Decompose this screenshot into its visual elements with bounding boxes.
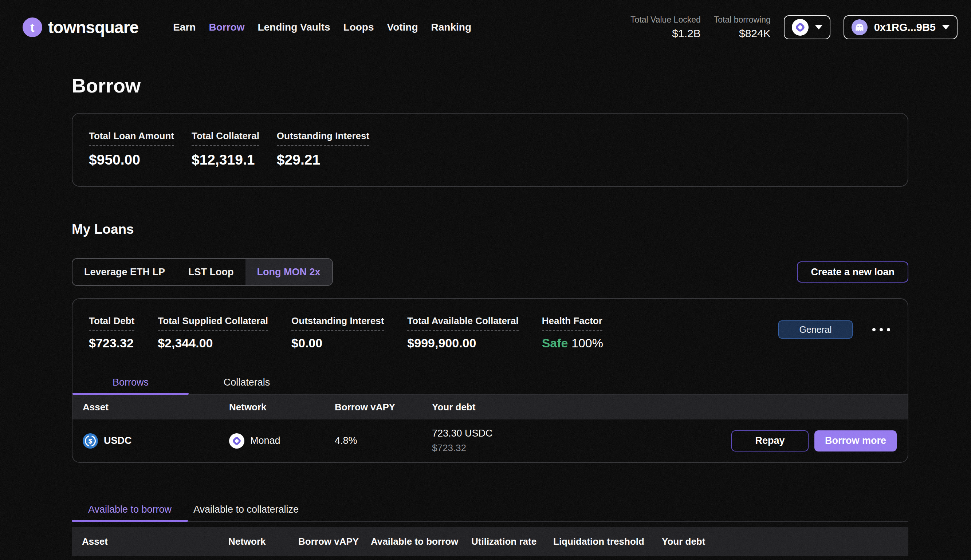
total-loan-amount-label: Total Loan Amount <box>89 130 174 146</box>
column-header-available-to-borrow: Available to borrow <box>371 536 471 547</box>
phantom-wallet-icon <box>851 19 868 35</box>
borrows-table-header: Asset Network Borrow vAPY Your debt <box>72 395 908 420</box>
column-header-your-debt: Your debt <box>662 536 908 547</box>
column-header-asset: Asset <box>82 536 229 547</box>
total-borrowing-value: $824K <box>714 27 771 40</box>
loans-toolbar: Leverage ETH LP LST Loop Long MON 2x Cre… <box>72 258 908 286</box>
general-button[interactable]: General <box>778 320 853 338</box>
health-factor-value: Safe 100% <box>542 336 603 350</box>
main-content: Borrow Total Loan Amount $950.00 Total C… <box>72 74 908 556</box>
health-factor-label: Health Factor <box>542 315 602 331</box>
chevron-down-icon <box>815 25 823 30</box>
top-nav-bar: t townsquare Earn Borrow Lending Vaults … <box>0 0 971 55</box>
tab-available-to-borrow[interactable]: Available to borrow <box>72 498 188 521</box>
ellipsis-icon <box>887 328 890 331</box>
total-available-collateral-value: $999,900.00 <box>407 336 518 350</box>
market-tabs: Available to borrow Available to collate… <box>72 498 908 522</box>
loan-tabs: Leverage ETH LP LST Loop Long MON 2x <box>72 258 333 286</box>
ellipsis-icon <box>872 328 876 331</box>
column-header-network: Network <box>229 536 298 547</box>
wallet-address: 0x1RG...9B5 <box>874 22 936 33</box>
loan-view-tabs: Borrows Collaterals <box>72 371 908 395</box>
asset-cell: $ USDC <box>83 433 229 448</box>
outstanding-interest-stat: Outstanding Interest $29.21 <box>277 130 369 168</box>
column-header-borrow-vapy: Borrow vAPY <box>298 536 371 547</box>
health-factor-stat: Health Factor Safe 100% <box>542 315 603 350</box>
monad-icon <box>229 433 244 448</box>
table-row: $ USDC Monad 4.8% 723.30 USDC $723. <box>72 420 908 462</box>
total-value-locked-label: Total Value Locked <box>631 15 701 25</box>
borrow-more-button[interactable]: Borrow more <box>814 430 897 452</box>
health-percentage: 100% <box>571 336 603 350</box>
loan-outstanding-interest-label: Outstanding Interest <box>291 315 384 331</box>
total-supplied-collateral-value: $2,344.00 <box>158 336 268 350</box>
asset-name: USDC <box>104 435 132 447</box>
available-table-header: Asset Network Borrow vAPY Available to b… <box>72 527 908 556</box>
borrow-vapy-value: 4.8% <box>335 435 432 447</box>
nav-item-earn[interactable]: Earn <box>173 22 195 33</box>
total-available-collateral-stat: Total Available Collateral $999,900.00 <box>407 315 518 350</box>
total-debt-label: Total Debt <box>89 315 134 331</box>
column-header-your-debt: Your debt <box>432 402 592 413</box>
more-options-button[interactable] <box>870 326 893 333</box>
loan-outstanding-interest-stat: Outstanding Interest $0.00 <box>291 315 384 350</box>
total-value-locked-value: $1.2B <box>631 27 701 40</box>
main-nav: Earn Borrow Lending Vaults Loops Voting … <box>173 22 471 33</box>
tab-borrows[interactable]: Borrows <box>72 371 189 394</box>
nav-item-loops[interactable]: Loops <box>344 22 374 33</box>
total-collateral-stat: Total Collateral $12,319.1 <box>192 130 259 168</box>
total-collateral-value: $12,319.1 <box>192 152 259 168</box>
create-new-loan-button[interactable]: Create a new loan <box>797 262 908 283</box>
ellipsis-icon <box>879 328 883 331</box>
loan-detail-card: Total Debt $723.32 Total Supplied Collat… <box>72 298 908 463</box>
outstanding-interest-label: Outstanding Interest <box>277 130 369 146</box>
nav-item-voting[interactable]: Voting <box>387 22 418 33</box>
borrow-summary-card: Total Loan Amount $950.00 Total Collater… <box>72 113 908 187</box>
page-title: Borrow <box>72 74 908 97</box>
total-loan-amount-value: $950.00 <box>89 152 174 168</box>
nav-item-borrow[interactable]: Borrow <box>209 22 244 33</box>
debt-token-amount: 723.30 USDC <box>432 428 592 439</box>
health-status-badge: Safe <box>542 336 568 350</box>
total-supplied-collateral-label: Total Supplied Collateral <box>158 315 268 331</box>
column-header-asset: Asset <box>83 402 229 413</box>
total-collateral-label: Total Collateral <box>192 130 259 146</box>
total-borrowing-stat: Total borrowing $824K <box>714 15 771 40</box>
wallet-button[interactable]: 0x1RG...9B5 <box>844 15 958 39</box>
svg-text:$: $ <box>88 437 92 445</box>
brand-logo[interactable]: t townsquare <box>23 17 138 37</box>
row-actions: Repay Borrow more <box>592 430 908 452</box>
column-header-network: Network <box>229 402 335 413</box>
repay-button[interactable]: Repay <box>731 430 809 452</box>
townsquare-logo-icon: t <box>23 17 42 37</box>
brand-name: townsquare <box>48 17 138 37</box>
total-supplied-collateral-stat: Total Supplied Collateral $2,344.00 <box>158 315 268 350</box>
loan-tab-leverage-eth-lp[interactable]: Leverage ETH LP <box>72 259 177 285</box>
network-cell: Monad <box>229 433 335 448</box>
total-available-collateral-label: Total Available Collateral <box>407 315 518 331</box>
network-name: Monad <box>250 435 280 447</box>
loan-outstanding-interest-value: $0.00 <box>291 336 384 350</box>
outstanding-interest-value: $29.21 <box>277 152 369 168</box>
debt-usd-amount: $723.32 <box>432 442 592 454</box>
total-debt-value: $723.32 <box>89 336 134 350</box>
your-debt-cell: 723.30 USDC $723.32 <box>432 428 592 454</box>
tab-collaterals[interactable]: Collaterals <box>189 371 305 394</box>
total-value-locked-stat: Total Value Locked $1.2B <box>631 15 701 40</box>
usdc-icon: $ <box>83 433 98 448</box>
nav-item-ranking[interactable]: Ranking <box>431 22 471 33</box>
loan-tab-long-mon-2x[interactable]: Long MON 2x <box>245 259 332 285</box>
header-right: Total Value Locked $1.2B Total borrowing… <box>631 15 958 40</box>
loan-controls: General <box>778 320 893 338</box>
network-selector-button[interactable] <box>784 15 831 39</box>
total-borrowing-label: Total borrowing <box>714 15 771 25</box>
column-header-utilization-rate: Utilization rate <box>471 536 553 547</box>
total-debt-stat: Total Debt $723.32 <box>89 315 134 350</box>
my-loans-heading: My Loans <box>72 222 908 237</box>
column-header-liquidation-treshold: Liquidation treshold <box>553 536 662 547</box>
nav-item-lending-vaults[interactable]: Lending Vaults <box>257 22 330 33</box>
chevron-down-icon <box>942 25 949 30</box>
loan-tab-lst-loop[interactable]: LST Loop <box>177 259 245 285</box>
tab-available-to-collateralize[interactable]: Available to collateralize <box>188 498 304 521</box>
loan-stats-row: Total Debt $723.32 Total Supplied Collat… <box>72 299 908 350</box>
